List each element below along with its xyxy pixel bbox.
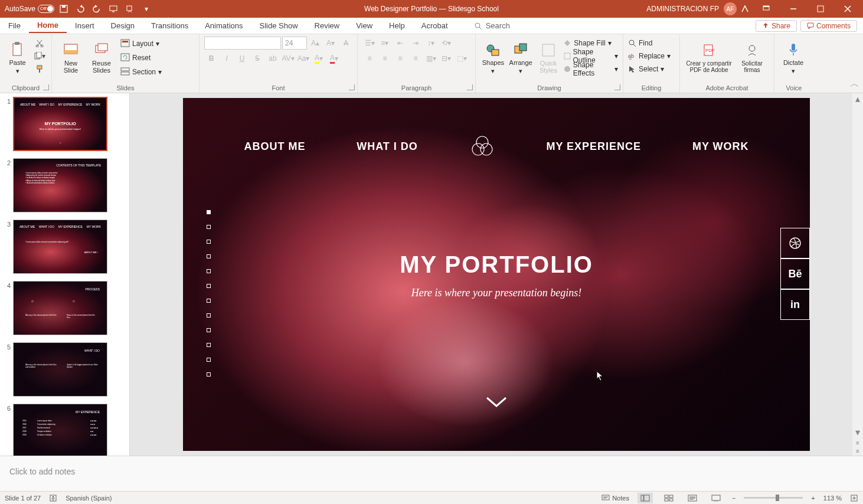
shape-effects-button[interactable]: Shape Effects▾ bbox=[563, 63, 618, 76]
columns-icon[interactable]: ▥▾ bbox=[424, 52, 438, 65]
cut-icon[interactable] bbox=[32, 37, 47, 50]
font-size-input[interactable] bbox=[282, 37, 307, 50]
tab-transitions[interactable]: Transitions bbox=[143, 19, 197, 32]
underline-button[interactable]: U bbox=[235, 52, 249, 65]
increase-indent-icon[interactable]: ⇥ bbox=[408, 37, 423, 50]
qat-more-icon[interactable] bbox=[123, 2, 137, 16]
slide-thumbnail[interactable]: WHAT I DO Mercury is the closest planet … bbox=[13, 342, 107, 397]
autosave-toggle[interactable]: AutoSave Off bbox=[5, 5, 54, 13]
slide-thumbnail-panel[interactable]: 1 ABOUT MEWHAT I DOMY EXPERIENCEMY WORK … bbox=[0, 93, 130, 456]
italic-button[interactable]: I bbox=[220, 52, 234, 65]
collapse-ribbon-icon[interactable]: ︿ bbox=[850, 78, 859, 90]
increase-font-icon[interactable]: A▴ bbox=[308, 37, 322, 50]
line-spacing-icon[interactable]: ↕▾ bbox=[424, 37, 438, 50]
slide-thumbnail[interactable]: MY EXPERIENCE 20152016201720182019 Lorem… bbox=[13, 404, 107, 456]
create-share-pdf-button[interactable]: PDF Crear y compartir PDF de Adobe bbox=[685, 37, 733, 79]
paste-button[interactable]: Paste ▾ bbox=[5, 37, 30, 79]
layout-button[interactable]: Layout▾ bbox=[118, 37, 164, 51]
slide-sorter-view-icon[interactable] bbox=[661, 493, 676, 503]
notes-pane[interactable]: Click to add notes bbox=[0, 456, 863, 491]
tab-review[interactable]: Review bbox=[306, 19, 348, 32]
nav-experience[interactable]: MY EXPERIENCE bbox=[546, 140, 641, 153]
present-from-beginning-icon[interactable] bbox=[106, 2, 120, 16]
comments-button[interactable]: Comments bbox=[800, 20, 857, 32]
decrease-indent-icon[interactable]: ⇤ bbox=[393, 37, 407, 50]
bold-button[interactable]: B bbox=[204, 52, 218, 65]
qat-customize-icon[interactable]: ▾ bbox=[139, 2, 153, 16]
slide-title[interactable]: MY PORTFOLIO bbox=[183, 251, 810, 278]
notes-toggle[interactable]: Notes bbox=[602, 495, 629, 502]
reuse-slides-button[interactable]: Reuse Slides bbox=[87, 37, 116, 79]
zoom-slider[interactable] bbox=[744, 497, 803, 499]
shapes-button[interactable]: Shapes▾ bbox=[480, 37, 506, 79]
save-icon[interactable] bbox=[57, 2, 71, 16]
accessibility-icon[interactable] bbox=[49, 494, 57, 502]
tab-acrobat[interactable]: Acrobat bbox=[413, 19, 456, 32]
redo-icon[interactable] bbox=[90, 2, 104, 16]
close-button[interactable] bbox=[835, 0, 861, 18]
slide-thumbnail[interactable]: PROCESS ◇ ◇ Mercury is the closest plane… bbox=[13, 281, 107, 335]
tab-help[interactable]: Help bbox=[381, 19, 413, 32]
solicitar-firmas-button[interactable]: Solicitar firmas bbox=[735, 37, 769, 79]
align-center-icon[interactable]: ≡ bbox=[378, 52, 392, 65]
clear-formatting-icon[interactable]: A̶ bbox=[339, 37, 353, 50]
fit-to-window-icon[interactable] bbox=[850, 494, 858, 502]
highlight-icon[interactable]: A▾ bbox=[312, 52, 326, 65]
bullets-icon[interactable]: ☰▾ bbox=[362, 37, 377, 50]
tab-insert[interactable]: Insert bbox=[67, 19, 103, 32]
account-avatar[interactable]: AF bbox=[724, 2, 737, 15]
paragraph-dialog-launcher[interactable] bbox=[467, 84, 473, 90]
tab-slideshow[interactable]: Slide Show bbox=[251, 19, 306, 32]
reset-button[interactable]: Reset bbox=[118, 51, 164, 65]
section-button[interactable]: Section▾ bbox=[118, 65, 164, 79]
normal-view-icon[interactable] bbox=[638, 493, 653, 503]
tab-file[interactable]: File bbox=[0, 19, 29, 32]
tab-animations[interactable]: Animations bbox=[197, 19, 251, 32]
justify-icon[interactable]: ≡ bbox=[408, 52, 423, 65]
select-button[interactable]: Select ▾ bbox=[628, 63, 664, 76]
copy-icon[interactable]: ▾ bbox=[32, 50, 47, 63]
ribbon-display-icon[interactable] bbox=[753, 0, 779, 18]
tab-design[interactable]: Design bbox=[103, 19, 143, 32]
slide-thumbnail[interactable]: CONTENTS OF THIS TEMPLATE • Lorem ipsum … bbox=[13, 158, 107, 212]
text-direction-icon[interactable]: ⟲▾ bbox=[439, 37, 453, 50]
slide-subtitle[interactable]: Here is where your presentation begins! bbox=[183, 287, 810, 299]
change-case-icon[interactable]: Aa▾ bbox=[296, 52, 310, 65]
dictate-button[interactable]: Dictate▾ bbox=[779, 37, 808, 79]
dribbble-icon[interactable] bbox=[780, 228, 810, 258]
nav-about[interactable]: ABOUT ME bbox=[244, 140, 305, 153]
smartart-icon[interactable]: ⬚▾ bbox=[455, 52, 469, 65]
slide-counter[interactable]: Slide 1 of 27 bbox=[5, 495, 41, 502]
char-spacing-icon[interactable]: AV▾ bbox=[281, 52, 295, 65]
font-name-input[interactable] bbox=[204, 37, 281, 50]
share-button[interactable]: Share bbox=[756, 20, 797, 32]
tab-view[interactable]: View bbox=[348, 19, 381, 32]
find-button[interactable]: Find bbox=[628, 37, 652, 50]
tell-me-search[interactable]: Search bbox=[474, 21, 510, 30]
font-color-icon[interactable]: A▾ bbox=[327, 52, 341, 65]
coming-soon-icon[interactable] bbox=[738, 2, 752, 16]
nav-work[interactable]: MY WORK bbox=[692, 140, 749, 153]
drawing-dialog-launcher[interactable] bbox=[614, 84, 620, 90]
chevron-down-icon[interactable] bbox=[485, 395, 508, 410]
numbering-icon[interactable]: ≡▾ bbox=[378, 37, 392, 50]
undo-icon[interactable] bbox=[73, 2, 87, 16]
replace-button[interactable]: abReplace ▾ bbox=[628, 50, 671, 63]
slide-thumbnail[interactable]: ABOUT MEWHAT I DOMY EXPERIENCEMY WORK "L… bbox=[13, 220, 107, 274]
zoom-out-button[interactable]: − bbox=[732, 495, 735, 502]
account-name[interactable]: ADMINISTRACION FP bbox=[646, 5, 719, 13]
behance-icon[interactable]: Bē bbox=[780, 258, 810, 289]
strikethrough-button[interactable]: S̶ bbox=[250, 52, 264, 65]
vertical-scrollbar[interactable]: ▴ ▾ ≡ ≡ bbox=[852, 93, 863, 456]
tab-home[interactable]: Home bbox=[29, 18, 67, 33]
nav-whatido[interactable]: WHAT I DO bbox=[357, 140, 418, 153]
quick-styles-button[interactable]: Quick Styles bbox=[536, 37, 561, 79]
slide-thumbnail[interactable]: ABOUT MEWHAT I DOMY EXPERIENCEMY WORK MY… bbox=[13, 97, 107, 151]
align-text-icon[interactable]: ⊟▾ bbox=[439, 52, 453, 65]
maximize-button[interactable] bbox=[808, 0, 833, 18]
slide[interactable]: ABOUT ME WHAT I DO MY EXPERIENCE MY WORK… bbox=[183, 98, 810, 451]
zoom-level[interactable]: 113 % bbox=[823, 495, 842, 502]
language-status[interactable]: Spanish (Spain) bbox=[66, 495, 112, 502]
arrange-button[interactable]: Arrange▾ bbox=[508, 37, 534, 79]
shadow-button[interactable]: ab bbox=[266, 52, 280, 65]
